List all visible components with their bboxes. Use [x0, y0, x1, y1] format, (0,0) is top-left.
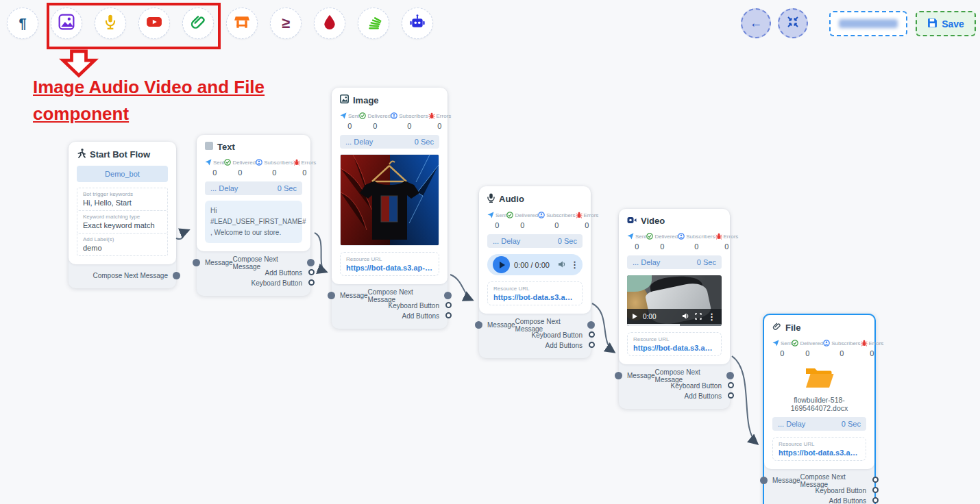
port-label: Add Buttons — [265, 269, 302, 277]
audio-player: 0:00 / 0:00 ⋮ — [487, 254, 583, 275]
resource-url-link[interactable]: https://bot-data.s3.ap-southeast-1.wasab… — [779, 449, 860, 457]
video-progress-bar[interactable] — [627, 324, 722, 326]
port-in-message[interactable] — [615, 372, 622, 379]
toolbar-text-component[interactable]: ¶ — [7, 8, 38, 39]
node-title: Start Bot Flow — [90, 149, 150, 160]
node-audio[interactable]: Audio Sent0 Delivered0 Subscribers0 Erro… — [479, 186, 591, 358]
port-out-keyboard-button[interactable] — [445, 302, 452, 308]
fit-view-button[interactable] — [778, 8, 808, 38]
port-out-compose-next-message[interactable] — [444, 292, 452, 299]
toolbar-file-component[interactable] — [182, 8, 214, 39]
port-in-message[interactable] — [193, 259, 200, 266]
image-node-icon — [340, 94, 349, 105]
toolbar-condition-component[interactable]: ≥ — [270, 8, 302, 39]
fit-view-icon — [787, 16, 799, 31]
port-out-keyboard-button[interactable] — [728, 382, 734, 388]
toolbar-ecommerce-component[interactable] — [226, 8, 258, 39]
save-icon — [927, 18, 938, 30]
video-play-button[interactable] — [633, 314, 637, 319]
bot-name-button[interactable]: Demo_bot — [77, 166, 168, 182]
video-menu-icon[interactable]: ⋮ — [707, 312, 716, 322]
subscribers-icon — [391, 112, 397, 119]
port-out-compose-next-message[interactable] — [587, 321, 595, 329]
toolbar-ai-bot-component[interactable] — [402, 8, 433, 39]
port-label: Message — [340, 292, 368, 299]
port-out-compose-next-message[interactable] — [726, 372, 734, 379]
toolbar-audio-component[interactable] — [95, 8, 126, 39]
youtube-icon — [146, 14, 162, 33]
port-out-keyboard-button[interactable] — [589, 331, 595, 338]
port-label: Add Buttons — [685, 392, 722, 400]
microphone-icon — [102, 14, 119, 33]
port-in-message[interactable] — [328, 292, 335, 299]
node-text[interactable]: Text Sent0 Delivered0 Subscribers0 Error… — [197, 135, 310, 296]
flow-canvas[interactable]: ¶ ≥ Image Audio Video and File component… — [0, 0, 980, 504]
video-node-icon — [627, 216, 637, 226]
delay-bar[interactable]: ... Delay0 Sec — [627, 255, 722, 269]
redacted-label — [839, 19, 898, 28]
audio-play-button[interactable] — [493, 256, 510, 273]
pilcrow-icon: ¶ — [19, 16, 26, 32]
toolbar-image-component[interactable] — [51, 8, 82, 39]
audio-menu-icon[interactable]: ⋮ — [570, 260, 579, 270]
port-label: Message — [627, 372, 655, 379]
port-label: Add Buttons — [829, 497, 866, 504]
toolbar-video-component[interactable] — [138, 8, 170, 39]
port-out-compose-next-message[interactable] — [173, 272, 180, 279]
node-image[interactable]: Image Sent0 Delivered0 Subscribers0 Erro… — [332, 88, 448, 329]
port-label: Add Buttons — [402, 312, 439, 320]
sent-icon — [340, 112, 347, 119]
port-label: Keyboard Button — [671, 382, 722, 390]
port-label: Keyboard Button — [816, 487, 867, 494]
port-label: Compose Next Message — [93, 272, 169, 279]
node-video[interactable]: Video Sent0 Delivered0 Subscribers0 Erro… — [619, 209, 730, 409]
add-labels-field[interactable]: Add Label(s) demo — [77, 233, 168, 256]
sent-icon — [627, 233, 634, 240]
stats-row: Sent0 Delivered0 Subscribers0 Errors0 — [205, 159, 302, 177]
back-button[interactable]: ← — [741, 8, 771, 38]
port-out-keyboard-button[interactable] — [308, 279, 315, 286]
delay-bar[interactable]: ... Delay0 Sec — [205, 181, 302, 195]
delay-bar[interactable]: ... Delay0 Sec — [487, 234, 583, 248]
trigger-keywords-field[interactable]: Bot trigger keywords Hi, Hello, Start — [77, 188, 168, 211]
redacted-button[interactable] — [829, 11, 907, 36]
save-button[interactable]: Save — [916, 11, 976, 36]
image-icon — [58, 14, 75, 33]
volume-icon[interactable] — [558, 259, 566, 271]
port-out-add-buttons[interactable] — [728, 392, 734, 399]
toolbar-drip-component[interactable] — [314, 8, 345, 39]
port-out-compose-next-message[interactable] — [872, 477, 879, 483]
resource-url-link[interactable]: https://bot-data.s3.ap-southeast-1.wasab… — [633, 344, 715, 352]
resource-url-link[interactable]: https://bot-data.s3.ap-southeast-1.wasab… — [346, 264, 433, 272]
video-player[interactable]: 0:00 ⋮ — [627, 275, 722, 326]
port-label: Add Buttons — [546, 342, 583, 349]
port-out-add-buttons[interactable] — [308, 269, 315, 275]
node-title: Audio — [499, 194, 524, 204]
port-in-message[interactable] — [475, 321, 482, 329]
toolbar-sequence-component[interactable] — [358, 8, 389, 39]
delay-bar[interactable]: ... Delay0 Sec — [772, 417, 866, 431]
delivered-icon — [646, 233, 653, 240]
message-preview: Hi #LEAD_USER_FIRST_NAME# , Welcome to o… — [205, 201, 302, 243]
resource-url-box: Resource URL https://bot-data.s3.ap-sout… — [627, 332, 722, 356]
fullscreen-icon[interactable] — [695, 310, 702, 323]
node-start-bot-flow[interactable]: Start Bot Flow Demo_bot Bot trigger keyw… — [69, 142, 176, 288]
volume-icon[interactable] — [682, 310, 689, 323]
keyword-matching-field[interactable]: Keyword matching type Exact keyword matc… — [77, 210, 168, 234]
resource-url-link[interactable]: https://bot-data.s3.ap-southeast-1.wasab… — [493, 293, 576, 301]
port-out-keyboard-button[interactable] — [872, 487, 879, 493]
port-out-compose-next-message[interactable] — [307, 259, 315, 266]
delivered-icon — [224, 159, 231, 166]
store-icon — [234, 14, 250, 33]
video-time: 0:00 — [643, 313, 656, 320]
port-in-message[interactable] — [760, 477, 768, 484]
node-file[interactable]: File Sent0 Delivered0 Subscribers0 Error… — [763, 314, 876, 504]
stats-row: Sent0 Delivered0 Subscribers0 Errors0 — [627, 233, 722, 251]
video-controls: 0:00 ⋮ — [627, 309, 722, 324]
port-out-add-buttons[interactable] — [445, 312, 452, 318]
port-out-add-buttons[interactable] — [589, 342, 595, 348]
back-arrow-icon: ← — [750, 16, 763, 31]
port-out-add-buttons[interactable] — [872, 497, 879, 503]
delay-bar[interactable]: ... Delay0 Sec — [340, 135, 439, 149]
delivered-icon — [506, 212, 513, 218]
